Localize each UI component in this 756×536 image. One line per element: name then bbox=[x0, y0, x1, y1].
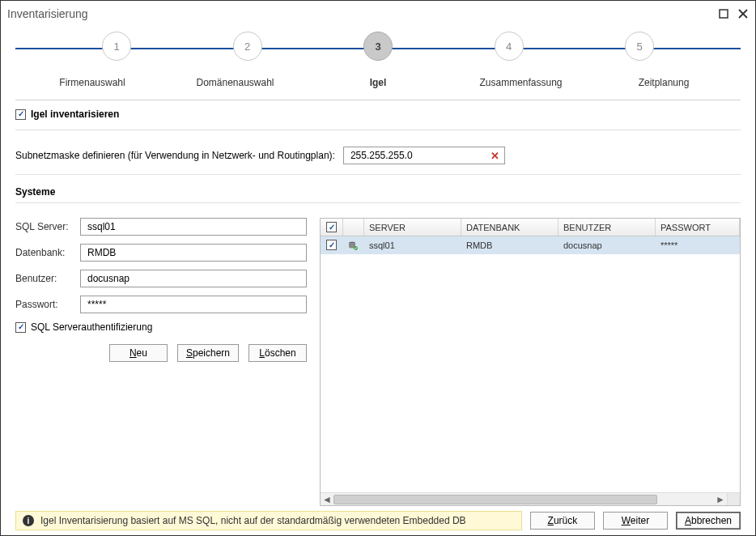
maximize-icon[interactable] bbox=[718, 8, 729, 19]
wizard-footer: i Igel Inventarisierung basiert auf MS S… bbox=[15, 506, 741, 530]
wizard-window: Inventarisierung 12345 FirmenauswahlDomä… bbox=[0, 0, 756, 536]
select-all-checkbox[interactable] bbox=[326, 222, 337, 232]
step-label: Domänenauswahl bbox=[167, 77, 304, 88]
wizard-step-3[interactable]: 3 bbox=[325, 32, 431, 61]
igel-enable-checkbox[interactable] bbox=[15, 109, 26, 120]
cell-server: ssql01 bbox=[364, 236, 461, 253]
header-checkbox-col[interactable] bbox=[321, 219, 343, 236]
password-field[interactable] bbox=[86, 296, 301, 313]
back-button[interactable]: Zurück bbox=[530, 512, 595, 530]
wizard-content: 12345 FirmenauswahlDomänenauswahlIgelZus… bbox=[1, 27, 755, 535]
step-label: Zeitplanung bbox=[595, 77, 733, 88]
info-message: Igel Inventarisierung basiert auf MS SQL… bbox=[40, 515, 466, 526]
subnet-row: Subnetzmaske definieren (für Verwendung … bbox=[15, 147, 741, 164]
subnet-input[interactable] bbox=[343, 147, 505, 164]
step-label: Zusammenfassung bbox=[452, 77, 590, 88]
table-header-row: SERVER DATENBANK BENUTZER PASSWORT bbox=[321, 219, 740, 236]
divider bbox=[15, 202, 741, 203]
step-circle: 4 bbox=[495, 32, 524, 61]
header-server[interactable]: SERVER bbox=[364, 219, 461, 236]
wizard-step-2[interactable]: 2 bbox=[195, 32, 300, 61]
wizard-step-4[interactable]: 4 bbox=[457, 32, 562, 61]
next-button[interactable]: Weiter bbox=[603, 512, 668, 530]
window-title: Inventarisierung bbox=[7, 7, 88, 20]
user-input[interactable] bbox=[80, 270, 307, 287]
systems-area: SQL Server: Datenbank: Benutzer: Passwor… bbox=[15, 218, 741, 506]
system-form: SQL Server: Datenbank: Benutzer: Passwor… bbox=[15, 218, 307, 506]
scroll-thumb[interactable] bbox=[333, 495, 657, 504]
divider bbox=[15, 174, 741, 175]
igel-enable-row: Igel inventarisieren bbox=[15, 108, 741, 120]
wizard-step-5[interactable]: 5 bbox=[587, 32, 692, 61]
subnet-input-field[interactable] bbox=[349, 147, 486, 164]
scroll-right-icon[interactable]: ► bbox=[714, 493, 727, 506]
scroll-corner bbox=[727, 493, 740, 506]
header-icon-col bbox=[343, 219, 364, 236]
row-checkbox[interactable] bbox=[326, 240, 337, 250]
systems-heading: Systeme bbox=[15, 186, 741, 198]
igel-enable-label: Igel inventarisieren bbox=[31, 108, 119, 120]
sql-auth-checkbox[interactable] bbox=[15, 322, 26, 333]
step-circle: 2 bbox=[233, 32, 262, 61]
divider bbox=[15, 130, 741, 130]
wizard-step-1[interactable]: 1 bbox=[64, 32, 169, 61]
save-button[interactable]: Speichern bbox=[177, 344, 239, 362]
scroll-track[interactable] bbox=[333, 493, 714, 506]
header-user[interactable]: BENUTZER bbox=[559, 219, 656, 236]
wizard-step-labels: FirmenauswahlDomänenauswahlIgelZusammenf… bbox=[15, 77, 741, 88]
info-bar: i Igel Inventarisierung basiert auf MS S… bbox=[15, 511, 522, 530]
row-status-icon-cell bbox=[343, 236, 364, 253]
window-controls bbox=[718, 8, 749, 19]
step-circle: 5 bbox=[625, 32, 654, 61]
subnet-label: Subnetzmaske definieren (für Verwendung … bbox=[15, 150, 335, 161]
divider bbox=[15, 100, 741, 100]
step-label: Igel bbox=[309, 77, 447, 88]
new-button[interactable]: Neu bbox=[109, 344, 168, 362]
systems-table-column: SERVER DATENBANK BENUTZER PASSWORT ssql0… bbox=[320, 218, 741, 506]
password-label: Passwort: bbox=[15, 299, 80, 310]
user-field[interactable] bbox=[86, 270, 301, 287]
table-row[interactable]: ssql01RMDBdocusnap***** bbox=[321, 236, 740, 254]
cell-database: RMDB bbox=[461, 236, 559, 253]
database-ok-icon bbox=[348, 240, 358, 250]
user-label: Benutzer: bbox=[15, 273, 80, 284]
svg-rect-0 bbox=[720, 10, 728, 18]
sql-server-input[interactable] bbox=[80, 218, 307, 236]
step-label: Firmenauswahl bbox=[23, 77, 161, 88]
close-icon[interactable] bbox=[737, 8, 749, 19]
sql-server-label: SQL Server: bbox=[15, 221, 80, 232]
header-database[interactable]: DATENBANK bbox=[461, 219, 559, 236]
step-circle: 1 bbox=[102, 32, 131, 61]
password-input[interactable] bbox=[80, 296, 307, 313]
title-bar: Inventarisierung bbox=[1, 1, 755, 27]
cell-user: docusnap bbox=[559, 236, 656, 253]
database-field[interactable] bbox=[86, 245, 301, 261]
cancel-button[interactable]: Abbrechen bbox=[676, 512, 741, 530]
clear-subnet-icon[interactable]: ✕ bbox=[489, 149, 502, 162]
wizard-steps: 12345 bbox=[15, 32, 741, 72]
info-icon: i bbox=[23, 515, 34, 526]
step-circle: 3 bbox=[363, 32, 393, 61]
sql-server-field[interactable] bbox=[86, 219, 301, 235]
scroll-left-icon[interactable]: ◄ bbox=[321, 493, 333, 506]
database-input[interactable] bbox=[80, 244, 307, 262]
database-label: Datenbank: bbox=[15, 247, 80, 258]
table-body: ssql01RMDBdocusnap***** bbox=[321, 236, 740, 254]
sql-auth-label: SQL Serverauthentifizierung bbox=[31, 321, 152, 333]
horizontal-scrollbar[interactable]: ◄ ► bbox=[321, 492, 740, 505]
systems-table: SERVER DATENBANK BENUTZER PASSWORT ssql0… bbox=[320, 218, 741, 506]
row-checkbox-cell[interactable] bbox=[321, 236, 343, 253]
header-password[interactable]: PASSWORT bbox=[656, 219, 740, 236]
cell-password: ***** bbox=[656, 236, 740, 253]
delete-button[interactable]: Löschen bbox=[248, 344, 307, 362]
